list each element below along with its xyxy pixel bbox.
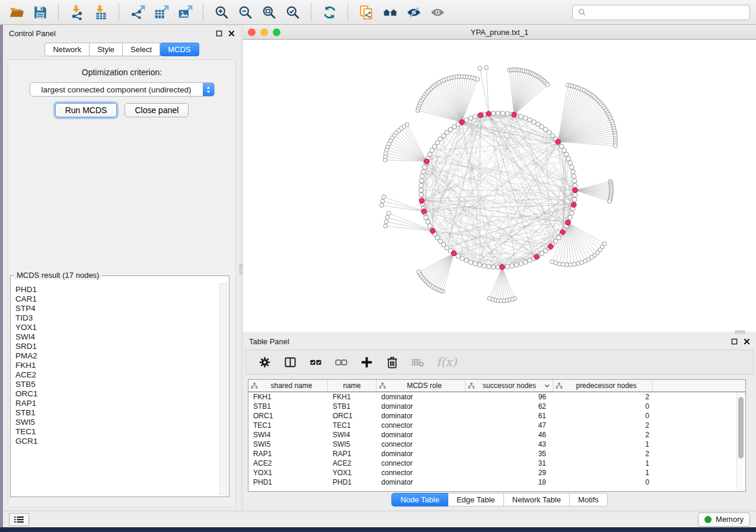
toolbar-separator bbox=[58, 4, 59, 21]
tab-network-table[interactable]: Network Table bbox=[504, 493, 570, 507]
float-panel-button[interactable] bbox=[216, 30, 222, 37]
close-panel-action-button[interactable]: Close panel bbox=[125, 103, 189, 117]
search-field[interactable] bbox=[572, 5, 750, 20]
mcds-result-item[interactable]: FKH1 bbox=[15, 361, 217, 370]
optimization-criterion-label: Optimization criterion: bbox=[8, 68, 235, 77]
mcds-result-item[interactable]: YOX1 bbox=[15, 323, 217, 332]
criterion-dropdown[interactable]: largest connected component (undirected) bbox=[30, 82, 215, 97]
mcds-result-item[interactable]: STB1 bbox=[15, 408, 217, 418]
table-cell: dominator bbox=[377, 430, 465, 440]
mcds-result-item[interactable]: TID3 bbox=[15, 313, 217, 323]
search-input[interactable] bbox=[589, 7, 745, 17]
column-header-name[interactable]: name bbox=[328, 380, 377, 392]
mcds-result-item[interactable]: CAR1 bbox=[15, 294, 217, 304]
table-row[interactable]: PHD1PHD1dominator180 bbox=[248, 477, 745, 487]
table-cell: 29 bbox=[465, 468, 553, 477]
mcds-result-item[interactable]: GCR1 bbox=[15, 437, 217, 446]
zoom-out-icon[interactable] bbox=[235, 4, 256, 21]
table-row[interactable]: TEC1TEC1connector472 bbox=[248, 421, 745, 430]
add-icon[interactable] bbox=[360, 355, 374, 369]
close-panel-button[interactable] bbox=[228, 30, 235, 37]
mcds-result-item[interactable]: PHD1 bbox=[15, 285, 217, 294]
select-all-icon[interactable] bbox=[309, 355, 323, 369]
table-cell: 1 bbox=[553, 468, 653, 477]
mcds-result-item[interactable]: RAP1 bbox=[15, 399, 217, 408]
mcds-result-item[interactable]: TEC1 bbox=[15, 427, 217, 437]
close-table-panel-button[interactable] bbox=[744, 338, 750, 345]
import-table-icon[interactable] bbox=[90, 4, 111, 21]
table-cell: connector bbox=[377, 468, 465, 477]
window-close-button[interactable] bbox=[248, 28, 256, 36]
column-header-successor-nodes[interactable]: successor nodes bbox=[465, 380, 553, 392]
table-cell: 62 bbox=[465, 402, 553, 411]
export-image-icon[interactable] bbox=[174, 4, 196, 21]
table-scrollbar[interactable] bbox=[736, 392, 745, 491]
column-header-predecessor-nodes[interactable]: predecessor nodes bbox=[553, 380, 653, 392]
table-row[interactable]: YOX1YOX1connector291 bbox=[248, 468, 745, 477]
table-cell: RAP1 bbox=[328, 449, 377, 459]
mcds-result-item[interactable]: ORC1 bbox=[15, 389, 217, 399]
mcds-result-item[interactable]: SWI4 bbox=[15, 332, 217, 342]
table-row[interactable]: STB1STB1dominator620 bbox=[248, 402, 745, 411]
show-all-icon[interactable] bbox=[427, 4, 448, 21]
table-scrollbar-thumb[interactable] bbox=[738, 397, 744, 459]
table-row[interactable]: SWI5SWI5connector431 bbox=[248, 440, 745, 449]
search-icon bbox=[578, 8, 586, 17]
export-network-icon[interactable] bbox=[127, 4, 148, 21]
tab-mcds[interactable]: MCDS bbox=[160, 43, 199, 56]
tab-node-table[interactable]: Node Table bbox=[391, 493, 448, 507]
application-window: Control Panel NetworkStyleSelectMCDS Opt… bbox=[0, 0, 756, 532]
split-columns-icon[interactable] bbox=[283, 355, 297, 369]
table-cell: ACE2 bbox=[328, 459, 377, 468]
tab-motifs[interactable]: Motifs bbox=[570, 493, 608, 507]
zoom-selected-icon[interactable] bbox=[282, 4, 304, 21]
window-zoom-button[interactable] bbox=[273, 28, 280, 36]
toolbar-separator bbox=[347, 4, 349, 21]
zoom-in-icon[interactable] bbox=[211, 4, 232, 21]
mcds-result-item[interactable]: SRD1 bbox=[15, 342, 217, 351]
column-header-MCDS-role[interactable]: MCDS role bbox=[377, 380, 465, 392]
float-table-panel-button[interactable] bbox=[731, 338, 738, 345]
table-row[interactable]: ACE2ACE2connector311 bbox=[248, 459, 745, 468]
table-row[interactable]: RAP1RAP1dominator352 bbox=[248, 449, 745, 459]
table-cell: ORC1 bbox=[328, 411, 377, 421]
mcds-result-item[interactable]: ACE2 bbox=[15, 370, 217, 380]
tab-edge-table[interactable]: Edge Table bbox=[448, 493, 504, 507]
zoom-fit-icon[interactable] bbox=[259, 4, 280, 21]
open-file-icon[interactable] bbox=[6, 4, 27, 21]
table-cell: SWI4 bbox=[248, 430, 328, 440]
refresh-icon[interactable] bbox=[319, 4, 340, 21]
table-cell: ACE2 bbox=[248, 459, 328, 468]
export-table-icon[interactable] bbox=[151, 4, 172, 21]
deselect-all-icon[interactable] bbox=[334, 355, 348, 369]
table-cell: 43 bbox=[465, 440, 553, 449]
save-session-icon[interactable] bbox=[30, 4, 51, 21]
hide-selected-icon[interactable] bbox=[403, 4, 425, 21]
clear-table-icon bbox=[411, 355, 425, 369]
run-mcds-button[interactable]: Run MCDS bbox=[55, 103, 117, 117]
memory-button[interactable]: Memory bbox=[698, 512, 750, 527]
table-row[interactable]: ORC1ORC1dominator610 bbox=[248, 411, 745, 421]
window-minimize-button[interactable] bbox=[260, 28, 268, 36]
tab-select[interactable]: Select bbox=[123, 43, 160, 56]
gear-icon[interactable] bbox=[258, 355, 272, 369]
network-canvas[interactable] bbox=[243, 40, 756, 332]
table-cell: dominator bbox=[377, 392, 465, 402]
duplicate-network-icon[interactable] bbox=[356, 4, 377, 21]
table-cell: FKH1 bbox=[328, 392, 377, 402]
network-graph[interactable] bbox=[243, 40, 756, 332]
column-header-shared-name[interactable]: shared name bbox=[248, 380, 328, 392]
result-list-scrollbar[interactable] bbox=[219, 283, 227, 495]
tab-style[interactable]: Style bbox=[90, 43, 123, 56]
task-list-button[interactable] bbox=[9, 513, 29, 526]
mcds-result-item[interactable]: STP4 bbox=[15, 304, 217, 313]
table-row[interactable]: FKH1FKH1dominator962 bbox=[248, 392, 745, 402]
mcds-result-item[interactable]: SWI5 bbox=[15, 418, 217, 427]
mcds-result-item[interactable]: PMA2 bbox=[15, 351, 217, 361]
table-row[interactable]: SWI4SWI4dominator462 bbox=[248, 430, 745, 440]
import-network-icon[interactable] bbox=[66, 4, 88, 21]
first-neighbors-icon[interactable] bbox=[379, 4, 401, 21]
delete-icon[interactable] bbox=[385, 355, 399, 369]
tab-network[interactable]: Network bbox=[44, 43, 90, 56]
mcds-result-item[interactable]: STB5 bbox=[15, 380, 217, 389]
